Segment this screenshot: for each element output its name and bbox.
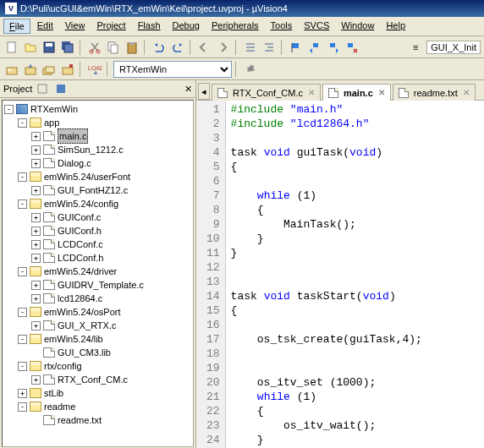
code-line[interactable]: { — [231, 303, 422, 318]
menu-edit[interactable]: Edit — [32, 19, 58, 34]
panel-tab-1-icon[interactable] — [36, 82, 49, 96]
tree-row[interactable]: +stLib — [18, 386, 193, 400]
options-icon[interactable] — [242, 61, 259, 78]
flag-icon[interactable] — [288, 39, 305, 56]
code-editor[interactable]: 1234567891011121314151617181920212223242… — [196, 101, 484, 448]
code-line[interactable]: task void taskStart(void) — [231, 289, 422, 303]
code-line[interactable]: os_tsk_create(guiTask,4); — [231, 332, 422, 347]
download-icon[interactable]: LOAD — [86, 61, 103, 78]
expander-icon[interactable]: + — [31, 375, 41, 385]
tree-row[interactable]: -RTXemWin — [4, 102, 193, 116]
code-line[interactable]: { — [231, 203, 422, 217]
tree-row[interactable]: -emWin5.24/driver — [18, 265, 193, 278]
tree-row[interactable]: +GUIConf.h — [31, 224, 193, 238]
expander-icon[interactable]: + — [31, 145, 41, 155]
code-line[interactable]: #include "main.h" — [231, 102, 422, 117]
expander-icon[interactable]: + — [31, 186, 41, 195]
code-line[interactable] — [231, 318, 422, 332]
expander-icon[interactable]: - — [18, 118, 27, 128]
code-line[interactable] — [231, 361, 422, 375]
expander-icon[interactable]: + — [31, 132, 41, 141]
editor-tab[interactable]: readme.txt✕ — [393, 84, 476, 101]
target-combo[interactable]: RTXemWin — [113, 61, 232, 78]
new-file-icon[interactable] — [3, 39, 20, 56]
tree-row[interactable]: -emWin5.24/config — [18, 197, 193, 210]
code-line[interactable]: while (1) — [231, 188, 422, 203]
expander-icon[interactable]: + — [18, 389, 27, 398]
flag-clear-icon[interactable] — [344, 39, 360, 56]
expander-icon[interactable]: + — [31, 254, 41, 263]
paste-icon[interactable] — [124, 39, 140, 56]
editor-tab[interactable]: RTX_Conf_CM.c✕ — [212, 84, 321, 101]
menu-tools[interactable]: Tools — [266, 19, 298, 34]
code-line[interactable] — [231, 260, 422, 275]
outdent-icon[interactable] — [261, 39, 278, 56]
batch-build-icon[interactable] — [59, 61, 76, 78]
expander-icon[interactable]: - — [18, 267, 27, 276]
expander-icon[interactable]: + — [31, 240, 41, 249]
open-icon[interactable] — [22, 39, 39, 56]
menu-view[interactable]: View — [60, 19, 91, 34]
save-all-icon[interactable] — [59, 39, 76, 56]
flag-next-icon[interactable] — [325, 39, 342, 56]
menu-debug[interactable]: Debug — [168, 19, 205, 34]
flag-prev-icon[interactable] — [306, 39, 323, 56]
tree-row[interactable]: +main.c — [31, 129, 193, 143]
undo-icon[interactable] — [151, 39, 168, 56]
tree-row[interactable]: +LCDConf.h — [31, 251, 193, 265]
expander-icon[interactable]: - — [4, 105, 14, 114]
collapse-icon[interactable]: ≡ — [407, 39, 424, 56]
expander-icon[interactable]: - — [18, 172, 27, 182]
expander-icon[interactable]: + — [31, 281, 41, 290]
tree-row[interactable]: +SimSun_1212.c — [31, 143, 193, 156]
tree-row[interactable]: +LCDConf.c — [31, 238, 193, 251]
tree-row[interactable]: +GUIDRV_Template.c — [31, 278, 193, 292]
tree-row[interactable]: +GUI_X_RTX.c — [31, 319, 193, 332]
tree-row[interactable]: GUI_CM3.lib — [31, 346, 193, 359]
code-line[interactable]: while (1) — [231, 390, 422, 404]
code-line[interactable]: task void guiTask(void) — [231, 145, 422, 160]
expander-icon[interactable]: - — [18, 362, 27, 371]
code-line[interactable]: } — [231, 433, 422, 447]
tree-row[interactable]: +RTX_Conf_CM.c — [31, 373, 193, 386]
expander-icon[interactable]: + — [31, 321, 41, 331]
menu-help[interactable]: Help — [381, 19, 410, 34]
menu-project[interactable]: Project — [91, 19, 130, 34]
rebuild-icon[interactable] — [41, 61, 58, 78]
build-icon[interactable] — [22, 61, 39, 78]
code-line[interactable]: { — [231, 404, 422, 418]
code-line[interactable] — [231, 131, 422, 145]
menu-file[interactable]: File — [3, 19, 30, 34]
expander-icon[interactable]: + — [31, 294, 41, 303]
bookmark-next-icon[interactable] — [215, 39, 232, 56]
redo-icon[interactable] — [169, 39, 186, 56]
tree-row[interactable]: +GUIConf.c — [31, 210, 193, 224]
code-line[interactable]: } — [231, 246, 422, 260]
project-tree[interactable]: -RTXemWin-app+main.c+SimSun_1212.c+Dialo… — [2, 100, 194, 447]
menu-peripherals[interactable]: Peripherals — [206, 19, 264, 34]
expander-icon[interactable]: - — [18, 402, 27, 412]
menu-flash[interactable]: Flash — [133, 19, 166, 34]
tree-row[interactable]: -emWin5.24/userFont — [18, 170, 193, 183]
expander-icon[interactable]: + — [31, 227, 41, 236]
code-line[interactable]: MainTask(); — [231, 217, 422, 232]
tree-row[interactable]: -app — [18, 116, 193, 129]
editor-tab[interactable]: main.c✕ — [322, 84, 391, 101]
copy-icon[interactable] — [105, 39, 122, 56]
tree-row[interactable]: -readme — [18, 400, 193, 413]
tree-row[interactable]: +lcd12864.c — [31, 292, 193, 305]
panel-tab-2-icon[interactable] — [54, 82, 68, 96]
indent-icon[interactable] — [242, 39, 259, 56]
bookmark-prev-icon[interactable] — [196, 39, 213, 56]
expander-icon[interactable]: + — [31, 159, 41, 168]
tree-row[interactable]: +Dialog.c — [31, 156, 193, 170]
build-target-icon[interactable] — [3, 61, 20, 78]
code-line[interactable]: os_itv_wait(); — [231, 418, 422, 433]
save-icon[interactable] — [41, 39, 58, 56]
menu-window[interactable]: Window — [336, 19, 379, 34]
menu-svcs[interactable]: SVCS — [299, 19, 334, 34]
code-line[interactable]: } — [231, 232, 422, 246]
code-line[interactable]: os_itv_set (1000); — [231, 375, 422, 390]
code-line[interactable] — [231, 347, 422, 361]
tab-scroll-left-icon[interactable]: ◂ — [198, 83, 210, 100]
